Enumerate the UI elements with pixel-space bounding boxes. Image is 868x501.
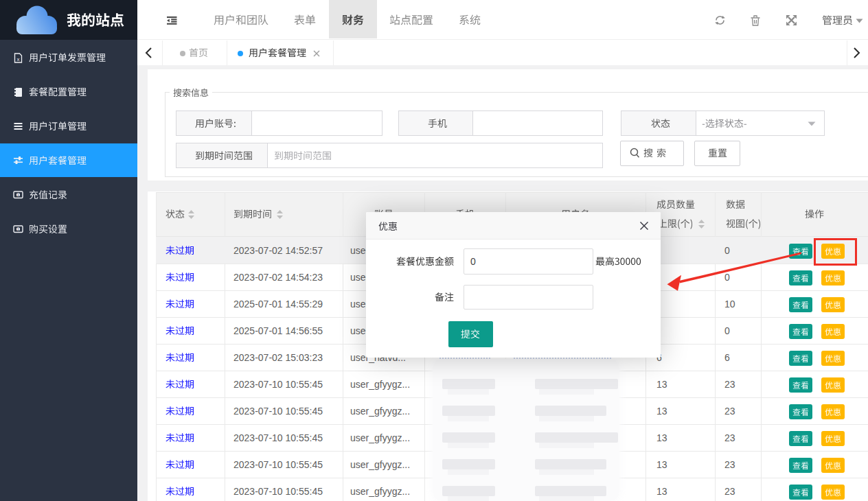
svg-text:1: 1 — [17, 227, 19, 231]
svg-text:x: x — [17, 56, 20, 62]
svg-text:1: 1 — [17, 193, 19, 197]
